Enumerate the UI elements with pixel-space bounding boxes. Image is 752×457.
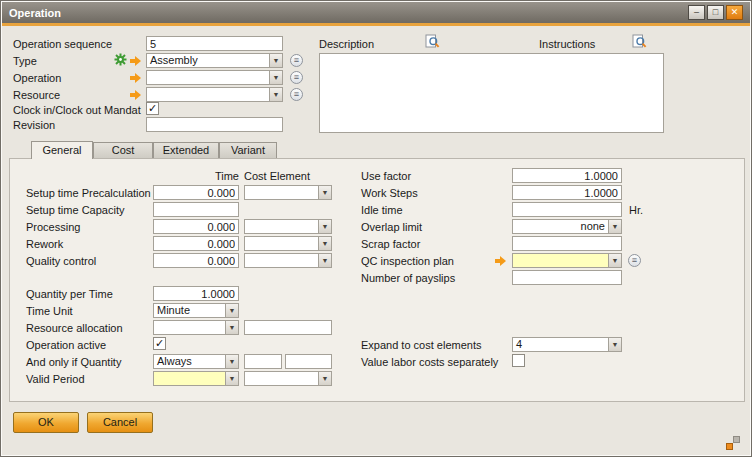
expand-to-cost-elements-combo[interactable]: 4 ▼ [512,337,622,352]
resource-allocation-extra-input[interactable] [244,320,332,335]
link-arrow-icon[interactable] [130,73,142,83]
setup-capacity-time-input[interactable] [153,202,239,217]
link-arrow-icon[interactable] [130,56,142,66]
combo-value: 4 [513,338,608,351]
description-zoom-icon[interactable] [425,34,440,49]
type-combo[interactable]: Assembly ▼ [146,53,283,68]
operation-combo[interactable]: ▼ [146,70,283,85]
ok-button[interactable]: OK [13,412,79,433]
window-controls: – □ ✕ [688,5,743,20]
chevron-down-icon[interactable]: ▼ [318,220,331,233]
time-unit-combo[interactable]: Minute ▼ [153,303,239,318]
cost-element-column-header: Cost Element [244,169,310,183]
resource-allocation-combo[interactable]: ▼ [153,320,239,335]
operation-label: Operation [13,71,61,85]
operation-sequence-label: Operation sequence [13,37,112,51]
valid-period-label: Valid Period [26,372,85,386]
quality-control-label: Quality control [26,254,96,268]
work-steps-input[interactable] [512,185,622,200]
tab-general[interactable]: General [31,141,93,159]
revision-input[interactable] [146,117,283,132]
value-labor-costs-label: Value labor costs separately [361,355,498,369]
chevron-down-icon[interactable]: ▼ [225,355,238,368]
accent-line [2,23,750,26]
type-combo-value: Assembly [147,54,269,67]
grip-square [726,443,733,450]
tab-variant[interactable]: Variant [219,142,277,158]
instructions-zoom-icon[interactable] [632,34,647,49]
value-help-icon[interactable]: ≡ [290,71,303,84]
clock-mandatory-label: Clock in/Clock out Mandat [13,103,141,117]
type-label: Type [13,54,37,68]
link-arrow-icon[interactable] [495,256,507,266]
valid-period-combo[interactable]: ▼ [153,371,239,386]
quantity-per-time-input[interactable] [153,286,239,301]
idle-time-unit-label: Hr. [629,203,643,217]
chevron-down-icon[interactable]: ▼ [225,304,238,317]
chevron-down-icon[interactable]: ▼ [318,254,331,267]
processing-cost-combo[interactable]: ▼ [244,219,332,234]
description-textarea[interactable] [319,53,664,133]
rework-cost-combo[interactable]: ▼ [244,236,332,251]
operation-window: Operation – □ ✕ Operation sequence Type … [0,0,752,457]
valid-period-to-combo[interactable]: ▼ [244,371,332,386]
combo-value [513,254,608,267]
tab-extended[interactable]: Extended [153,142,219,158]
chevron-down-icon[interactable]: ▼ [608,220,621,233]
chevron-down-icon[interactable]: ▼ [608,338,621,351]
rework-time-input[interactable] [153,236,239,251]
resource-combo[interactable]: ▼ [146,87,283,102]
resource-label: Resource [13,88,60,102]
processing-time-input[interactable] [153,219,239,234]
combo-value: Minute [154,304,225,317]
cancel-button[interactable]: Cancel [87,412,153,433]
value-labor-costs-checkbox[interactable] [512,354,525,367]
qc-inspection-plan-combo[interactable]: ▼ [512,253,622,268]
resize-grip[interactable] [725,435,741,451]
title-bar: Operation – □ ✕ [2,2,750,23]
use-factor-input[interactable] [512,168,622,183]
quality-control-time-input[interactable] [153,253,239,268]
operation-combo-value [147,71,269,84]
chevron-down-icon[interactable]: ▼ [269,54,282,67]
minimize-button[interactable]: – [688,5,705,20]
chevron-down-icon[interactable]: ▼ [225,321,238,334]
resource-combo-value [147,88,269,101]
clock-mandatory-checkbox[interactable]: ✓ [146,102,159,115]
operation-active-checkbox[interactable]: ✓ [153,337,166,350]
quantity-to-input[interactable] [285,354,332,369]
link-arrow-icon[interactable] [130,90,142,100]
scrap-factor-label: Scrap factor [361,237,420,251]
close-button[interactable]: ✕ [726,5,743,20]
operation-sequence-input[interactable] [146,36,283,51]
overlap-limit-combo[interactable]: none ▼ [512,219,622,234]
chevron-down-icon[interactable]: ▼ [318,372,331,385]
chevron-down-icon[interactable]: ▼ [225,372,238,385]
and-only-if-quantity-combo[interactable]: Always ▼ [153,354,239,369]
chevron-down-icon[interactable]: ▼ [269,88,282,101]
maximize-button[interactable]: □ [707,5,724,20]
value-help-icon[interactable]: ≡ [290,54,303,67]
quantity-from-input[interactable] [244,354,282,369]
chevron-down-icon[interactable]: ▼ [318,237,331,250]
value-help-icon[interactable]: ≡ [290,88,303,101]
combo-value [154,372,225,385]
quality-control-cost-combo[interactable]: ▼ [244,253,332,268]
scrap-factor-input[interactable] [512,236,622,251]
operation-active-label: Operation active [26,338,106,352]
number-of-payslips-input[interactable] [512,270,622,285]
chevron-down-icon[interactable]: ▼ [269,71,282,84]
processing-label: Processing [26,220,80,234]
setup-precalculation-cost-combo[interactable]: ▼ [244,185,332,200]
idle-time-input[interactable] [512,202,622,217]
setup-precalculation-time-input[interactable] [153,185,239,200]
time-unit-label: Time Unit [26,304,73,318]
gear-icon[interactable] [114,53,127,66]
combo-value [245,237,318,250]
chevron-down-icon[interactable]: ▼ [318,186,331,199]
chevron-down-icon[interactable]: ▼ [608,254,621,267]
combo-value [245,372,318,385]
tab-cost[interactable]: Cost [93,142,153,158]
instructions-label: Instructions [539,37,595,51]
value-help-icon[interactable]: ≡ [628,254,641,267]
